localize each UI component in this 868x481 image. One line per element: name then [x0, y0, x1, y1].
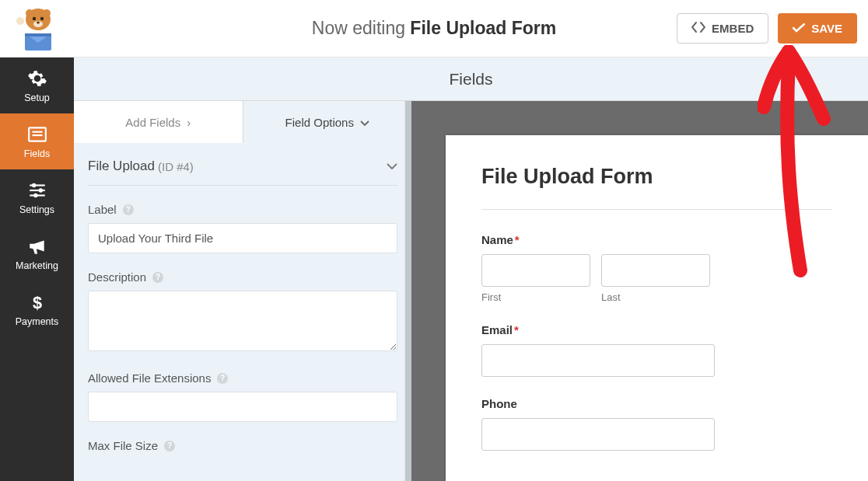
field-label: Email* [481, 323, 832, 336]
last-name-col: Last [601, 254, 710, 303]
extensions-input[interactable] [88, 392, 397, 422]
field-label: Phone [481, 397, 832, 410]
option-label-text: Description [88, 270, 146, 284]
svg-rect-10 [25, 33, 51, 37]
embed-button[interactable]: EMBED [677, 13, 768, 44]
help-icon[interactable]: ? [152, 272, 163, 283]
panel-tabs: Add Fields › Field Options [74, 101, 411, 143]
svg-point-18 [38, 188, 42, 192]
option-maxsize-row: Max File Size ? [88, 422, 397, 452]
sublabel-first: First [481, 291, 590, 303]
required-mark: * [515, 233, 520, 246]
svg-point-3 [33, 16, 36, 19]
name-pair: First Last [481, 254, 832, 303]
option-label-text: Max File Size [88, 439, 158, 452]
option-label: Label ? [88, 203, 397, 216]
option-label-text: Allowed File Extensions [88, 371, 211, 385]
sidebar-item-settings[interactable]: Settings [0, 169, 74, 225]
sliders-icon [27, 180, 47, 200]
sidebar-item-label: Payments [16, 316, 59, 327]
field-options: File Upload (ID #4) Label ? [74, 143, 411, 475]
help-icon[interactable]: ? [217, 373, 228, 384]
editing-prefix: Now editing [312, 18, 411, 38]
tab-add-fields[interactable]: Add Fields › [74, 101, 243, 143]
fields-header: Fields [74, 58, 868, 101]
editing-title: Now editing File Upload Form [312, 18, 556, 39]
sidebar-item-label: Settings [19, 204, 54, 215]
gear-icon [27, 68, 47, 89]
save-button[interactable]: SAVE [778, 13, 857, 44]
field-id: (ID #4) [158, 160, 194, 173]
sidebar-item-setup[interactable]: Setup [0, 58, 74, 113]
workspace: Fields Add Fields › Field Options [74, 58, 868, 481]
svg-point-19 [33, 193, 37, 197]
form-preview: File Upload Form Name* First [446, 135, 868, 481]
sidebar: Setup Fields Settings Marketing $ Paymen… [0, 58, 74, 481]
option-label: Allowed File Extensions ? [88, 371, 397, 385]
top-actions: EMBED SAVE [677, 13, 857, 44]
field-type-title: File Upload [88, 159, 155, 174]
dollar-icon: $ [27, 292, 47, 312]
option-label-text: Label [88, 203, 117, 216]
field-email: Email* [481, 323, 832, 377]
tab-label: Field Options [285, 116, 354, 129]
check-icon [793, 22, 805, 35]
field-label: Name* [481, 233, 832, 246]
option-label: Description ? [88, 270, 397, 284]
code-icon [691, 22, 705, 35]
field-name: Name* First Last [481, 233, 832, 303]
svg-text:$: $ [32, 292, 41, 312]
options-panel: Add Fields › Field Options File Upload (… [74, 101, 411, 481]
divider [481, 209, 832, 210]
svg-point-4 [40, 16, 44, 19]
option-label-row: Label ? [88, 186, 397, 253]
required-mark: * [514, 323, 519, 336]
last-name-input[interactable] [601, 254, 710, 287]
sidebar-item-label: Fields [24, 148, 50, 159]
svg-point-1 [26, 9, 33, 17]
sidebar-item-label: Setup [24, 92, 50, 103]
field-header[interactable]: File Upload (ID #4) [88, 143, 397, 186]
chevron-down-icon [360, 116, 369, 129]
columns: Add Fields › Field Options File Upload (… [74, 101, 868, 481]
preview-wrap: File Upload Form Name* First [411, 101, 868, 481]
main-area: Setup Fields Settings Marketing $ Paymen… [0, 58, 868, 481]
first-name-col: First [481, 254, 590, 303]
embed-label: EMBED [712, 22, 754, 35]
phone-input[interactable] [481, 418, 715, 451]
preview-title: File Upload Form [481, 165, 832, 189]
sidebar-item-payments[interactable]: $ Payments [0, 281, 74, 337]
svg-point-2 [43, 9, 51, 17]
label-input[interactable] [88, 223, 397, 253]
panel-scrollbar[interactable] [404, 101, 411, 481]
save-label: SAVE [811, 22, 842, 35]
help-icon[interactable]: ? [164, 441, 175, 451]
chevron-down-icon [387, 159, 397, 173]
sidebar-item-label: Marketing [16, 260, 58, 271]
label-text: Email [481, 323, 513, 336]
first-name-input[interactable] [481, 254, 590, 287]
tab-label: Add Fields [125, 116, 180, 129]
megaphone-icon [27, 236, 47, 256]
help-icon[interactable]: ? [123, 204, 134, 215]
option-extensions-row: Allowed File Extensions ? [88, 354, 397, 422]
svg-point-7 [16, 17, 24, 25]
sidebar-item-marketing[interactable]: Marketing [0, 225, 74, 281]
app-logo [11, 5, 65, 52]
sidebar-item-fields[interactable]: Fields [0, 113, 74, 169]
field-phone: Phone [481, 397, 832, 451]
sublabel-last: Last [601, 291, 710, 303]
description-input[interactable] [88, 291, 397, 351]
label-text: Name [481, 233, 513, 246]
svg-point-17 [31, 183, 35, 186]
email-input[interactable] [481, 344, 715, 377]
option-description-row: Description ? [88, 253, 397, 354]
option-label: Max File Size ? [88, 439, 397, 452]
svg-point-6 [37, 21, 40, 23]
tab-field-options[interactable]: Field Options [243, 101, 412, 143]
chevron-right-icon: › [187, 116, 191, 129]
label-text: Phone [481, 397, 517, 410]
form-icon [27, 124, 47, 145]
top-bar: Now editing File Upload Form EMBED SAVE [0, 0, 868, 58]
form-name: File Upload Form [410, 18, 556, 38]
